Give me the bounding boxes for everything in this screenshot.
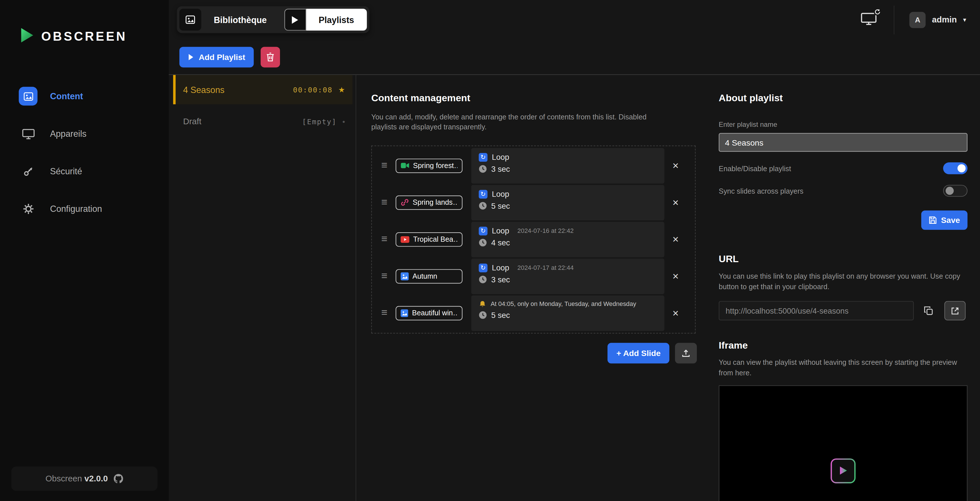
save-button[interactable]: Save	[921, 211, 967, 230]
about-playlist-panel: About playlist Enter playlist name Enabl…	[706, 75, 980, 501]
remove-slide-button[interactable]: ×	[672, 308, 679, 318]
slide-name: Autumn	[413, 273, 438, 280]
play-icon	[188, 54, 194, 60]
iframe-section-title: Iframe	[719, 340, 967, 352]
logo-text: OBSCREEN	[41, 29, 127, 43]
slide-chip[interactable]: Tropical Bea…	[396, 232, 462, 247]
playlist-name: 4 Seasons	[183, 85, 224, 95]
save-icon	[929, 216, 937, 224]
add-playlist-button[interactable]: Add Playlist	[179, 47, 254, 67]
app-name: Obscreen	[46, 474, 82, 484]
copy-icon	[924, 306, 933, 316]
play-icon	[284, 9, 306, 31]
content-row: 4 Seasons 00:00:08 ★ Draft [Empty] • Con…	[169, 75, 980, 501]
chevron-down-icon: ▾	[963, 16, 966, 23]
playlist-duration: 00:00:08	[293, 85, 332, 94]
sync-toggle-row: Sync slides across players	[719, 185, 967, 197]
playlist-list: 4 Seasons 00:00:08 ★ Draft [Empty] •	[169, 75, 356, 501]
slide-mode: Loop	[492, 153, 509, 162]
clock-icon	[479, 276, 487, 284]
key-icon	[19, 162, 38, 181]
play-icon	[839, 466, 847, 476]
trash-icon	[267, 52, 275, 62]
clock-icon	[479, 202, 487, 210]
tab-bibliotheque[interactable]: Bibliothèque	[179, 9, 279, 31]
slide-mode: Loop	[492, 227, 509, 235]
clock-icon	[479, 165, 487, 173]
slide-chip[interactable]: Spring forest…	[396, 159, 462, 173]
github-icon[interactable]	[114, 474, 123, 484]
sync-toggle[interactable]	[943, 185, 967, 197]
playlist-name: Draft	[183, 117, 202, 126]
enable-toggle-row: Enable/Disable playlist	[719, 162, 967, 174]
sidebar-item-configuration[interactable]: Configuration	[0, 190, 169, 227]
slide-settings-card[interactable]: ↻ Loop 5 sec	[471, 184, 665, 220]
slide-chip[interactable]: Autumn	[396, 269, 462, 284]
playlist-name-input[interactable]	[719, 133, 967, 152]
slides-container: ≡ Spring forest… ↻ Loop	[371, 145, 696, 333]
slide-settings-card[interactable]: ↻ Loop 2024-07-17 at 22:44 3 sec	[471, 258, 665, 294]
slide-duration: 5 sec	[491, 201, 510, 211]
save-row: Save	[719, 211, 967, 230]
loop-icon: ↻	[479, 190, 487, 198]
playlist-preview-frame	[719, 385, 967, 501]
remove-slide-button[interactable]: ×	[672, 197, 679, 208]
youtube-icon	[401, 236, 409, 243]
playlist-item-draft[interactable]: Draft [Empty] •	[173, 107, 352, 136]
url-section-description: You can use this link to play this playl…	[719, 271, 967, 292]
panel-description: You can add, modify, delete and rearrang…	[371, 112, 674, 132]
slide-name: Beautiful win…	[412, 309, 458, 317]
image-icon	[19, 87, 38, 106]
preview-play-button[interactable]	[830, 458, 856, 483]
sidebar-item-label: Content	[50, 91, 83, 101]
loop-icon: ↻	[479, 227, 487, 235]
copy-url-button[interactable]	[924, 306, 933, 316]
main-area: Bibliothèque Playlists	[169, 0, 980, 501]
add-slide-button[interactable]: + Add Slide	[608, 342, 670, 363]
topbar: Bibliothèque Playlists	[169, 0, 980, 39]
view-tabs: Bibliothèque Playlists	[177, 6, 369, 33]
drag-handle-icon[interactable]: ≡	[373, 196, 396, 209]
remove-slide-button[interactable]: ×	[672, 160, 679, 171]
user-name: admin	[932, 15, 957, 24]
cast-refresh-button[interactable]	[859, 10, 879, 29]
open-url-button[interactable]	[945, 301, 966, 320]
app-logo: OBSCREEN	[0, 0, 169, 45]
slide-chip[interactable]: Spring lands…	[396, 195, 462, 210]
enable-toggle[interactable]	[943, 162, 967, 174]
slide-duration: 5 sec	[491, 311, 510, 320]
logo-play-icon	[20, 28, 35, 45]
remove-slide-button[interactable]: ×	[672, 271, 679, 281]
enable-toggle-label: Enable/Disable playlist	[719, 165, 791, 172]
playlist-url-input[interactable]	[719, 301, 914, 320]
playlist-item-4-seasons[interactable]: 4 Seasons 00:00:08 ★	[173, 75, 352, 105]
app-root: OBSCREEN Content Appareils Sécurité	[0, 0, 980, 501]
drag-handle-icon[interactable]: ≡	[373, 159, 396, 172]
monitor-icon	[19, 124, 38, 143]
slide-actions: + Add Slide	[371, 342, 697, 363]
image-icon	[179, 9, 201, 31]
video-icon	[401, 162, 409, 169]
sidebar-item-securite[interactable]: Sécurité	[0, 152, 169, 190]
slide-settings-card[interactable]: ↻ Loop 3 sec	[471, 148, 665, 183]
tab-playlists[interactable]: Playlists	[284, 9, 367, 31]
slide-chip[interactable]: Beautiful win…	[396, 306, 462, 320]
sidebar-item-content[interactable]: Content	[0, 77, 169, 115]
drag-handle-icon[interactable]: ≡	[373, 307, 396, 319]
slide-settings-card[interactable]: At 04:05, only on Monday, Tuesday, and W…	[471, 295, 665, 331]
tab-label: Playlists	[306, 9, 367, 31]
drag-handle-icon[interactable]: ≡	[373, 233, 396, 246]
delete-playlist-button[interactable]	[261, 47, 280, 67]
user-menu[interactable]: A admin ▾	[910, 12, 966, 28]
slide-row: ≡ Beautiful win… At 04:05, only on Monda…	[373, 295, 694, 331]
remove-slide-button[interactable]: ×	[672, 234, 679, 244]
slide-duration: 3 sec	[491, 275, 510, 284]
drag-handle-icon[interactable]: ≡	[373, 270, 396, 282]
sidebar-item-appareils[interactable]: Appareils	[0, 115, 169, 152]
upload-slide-button[interactable]	[675, 342, 697, 363]
slide-settings-card[interactable]: ↻ Loop 2024-07-16 at 22:42 4 sec	[471, 222, 665, 257]
external-link-icon	[951, 306, 959, 316]
panel-title: Content management	[371, 92, 706, 104]
gear-icon	[19, 199, 38, 218]
slide-row: ≡ Spring lands… ↻ Loop	[373, 184, 694, 221]
